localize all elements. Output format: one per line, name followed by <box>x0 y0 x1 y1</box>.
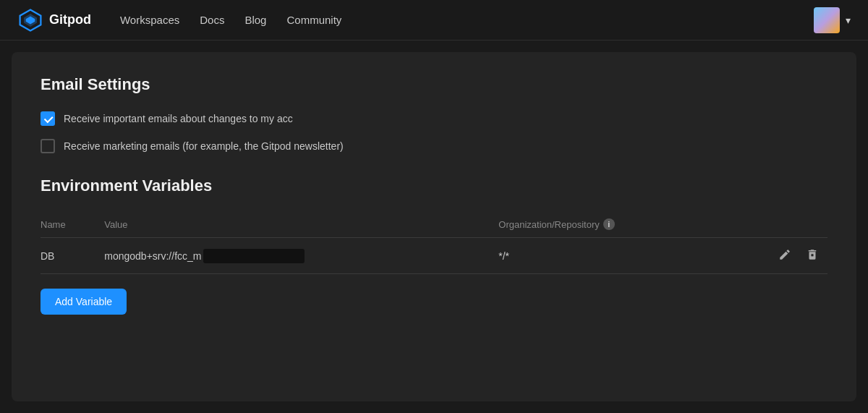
important-emails-row: Receive important emails about changes t… <box>41 111 827 126</box>
main-content: Email Settings Receive important emails … <box>12 52 856 401</box>
env-name-cell: DB <box>41 238 104 274</box>
nav-link-workspaces[interactable]: Workspaces <box>120 14 179 26</box>
edit-icon[interactable] <box>778 248 791 263</box>
important-emails-checkbox[interactable] <box>41 111 55 126</box>
env-variables-section: Environment Variables Name Value Organiz… <box>41 176 827 315</box>
marketing-emails-checkbox[interactable] <box>41 139 55 153</box>
email-settings-section: Email Settings Receive important emails … <box>41 75 827 153</box>
env-value-redacted <box>203 249 305 263</box>
chevron-down-icon[interactable]: ▾ <box>846 14 851 26</box>
important-emails-label: Receive important emails about changes t… <box>64 113 293 124</box>
org-repo-info-icon[interactable]: i <box>603 218 615 230</box>
nav-link-blog[interactable]: Blog <box>244 14 266 26</box>
marketing-emails-row: Receive marketing emails (for example, t… <box>41 139 827 153</box>
col-header-value: Value <box>104 213 498 238</box>
env-value-text: mongodb+srv://fcc_m <box>104 250 201 262</box>
col-header-org-repo: Organization/Repository i <box>498 213 734 238</box>
col-header-actions <box>734 213 827 238</box>
avatar[interactable] <box>814 7 840 33</box>
nav-link-docs[interactable]: Docs <box>200 14 224 26</box>
delete-icon[interactable] <box>806 248 819 263</box>
nav-link-community[interactable]: Community <box>286 14 341 26</box>
gitpod-logo-icon <box>17 7 43 33</box>
nav-links: Workspaces Docs Blog Community <box>120 14 341 26</box>
navbar: Gitpod Workspaces Docs Blog Community ▾ <box>0 0 868 41</box>
table-row: DB mongodb+srv://fcc_m */* <box>41 238 827 274</box>
logo[interactable]: Gitpod <box>17 7 91 33</box>
logo-text: Gitpod <box>49 12 91 27</box>
env-table: Name Value Organization/Repository i <box>41 213 827 274</box>
env-variables-title: Environment Variables <box>41 176 827 195</box>
email-settings-title: Email Settings <box>41 75 827 94</box>
nav-right: ▾ <box>814 7 851 33</box>
add-variable-button[interactable]: Add Variable <box>41 289 127 315</box>
env-value-cell: mongodb+srv://fcc_m <box>104 238 498 274</box>
marketing-emails-label: Receive marketing emails (for example, t… <box>64 140 344 152</box>
env-org-repo-cell: */* <box>498 238 734 274</box>
col-header-name: Name <box>41 213 104 238</box>
env-actions-cell <box>734 238 827 274</box>
